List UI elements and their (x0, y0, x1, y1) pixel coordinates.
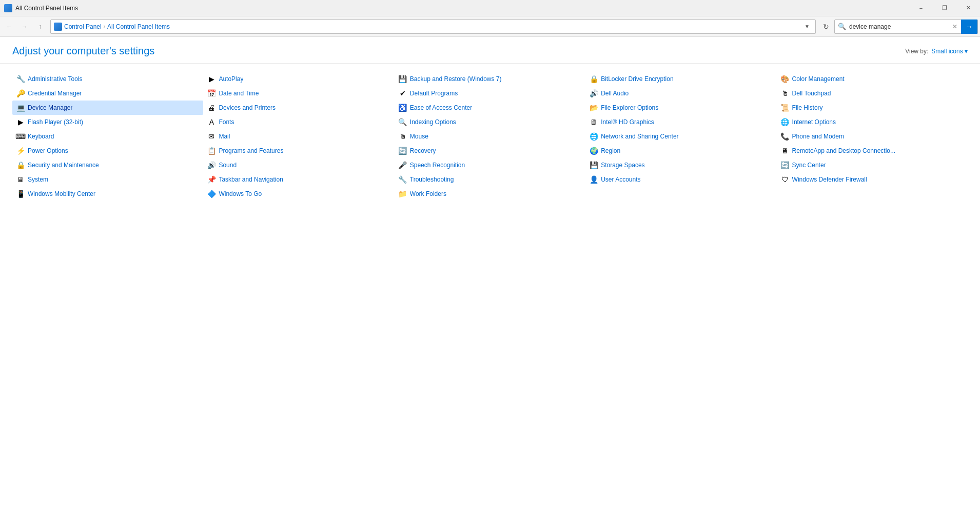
control-item[interactable]: ⌨Keyboard (12, 129, 203, 144)
control-item[interactable]: 🔒Security and Maintenance (12, 158, 203, 172)
view-by-value[interactable]: Small icons ▾ (931, 48, 968, 55)
nav-bar: ← → ↑ Control Panel › All Control Panel … (0, 16, 980, 37)
item-icon: ▶ (207, 75, 215, 83)
item-label: Default Programs (410, 90, 458, 97)
control-item[interactable]: 🖨Devices and Printers (203, 101, 394, 115)
title-bar: All Control Panel Items − ❐ ✕ (0, 0, 980, 16)
item-label: BitLocker Drive Encryption (601, 75, 673, 83)
control-item[interactable]: 🌐Internet Options (777, 115, 968, 129)
item-icon: 💾 (590, 161, 598, 169)
search-input[interactable] (849, 23, 949, 30)
control-item[interactable]: 💾Storage Spaces (585, 158, 776, 172)
item-label: Sound (219, 162, 237, 169)
item-icon: ✉ (207, 132, 215, 141)
title-buttons: − ❐ ✕ (909, 0, 980, 16)
control-item[interactable]: 🖥System (12, 172, 203, 187)
search-icon: 🔍 (835, 19, 849, 34)
breadcrumb-control-panel[interactable]: Control Panel (64, 23, 102, 30)
item-icon: 🔧 (399, 175, 407, 184)
control-item[interactable]: 🔷Windows To Go (203, 187, 394, 201)
item-icon: 🎨 (781, 75, 789, 83)
item-icon: 🌐 (590, 132, 598, 141)
back-button[interactable]: ← (2, 19, 16, 34)
forward-button[interactable]: → (17, 19, 32, 34)
control-item[interactable]: ✉Mail (203, 129, 394, 144)
control-item[interactable]: 🔄Recovery (395, 144, 585, 158)
item-icon: 🖱 (399, 132, 407, 141)
item-icon: 📌 (207, 175, 215, 184)
item-icon: ⚡ (16, 147, 25, 155)
control-item[interactable]: 🌐Network and Sharing Center (585, 129, 776, 144)
item-icon: 📁 (399, 190, 407, 198)
control-item[interactable]: 🎤Speech Recognition (395, 158, 585, 172)
up-button[interactable]: ↑ (33, 19, 47, 34)
control-item[interactable]: 📌Taskbar and Navigation (203, 172, 394, 187)
control-item[interactable]: 🔊Dell Audio (585, 86, 776, 101)
control-item[interactable]: 🌍Region (585, 144, 776, 158)
item-icon: 🌐 (781, 118, 789, 126)
item-icon: 🛡 (781, 175, 789, 184)
search-clear-button[interactable]: ✕ (949, 21, 961, 33)
item-label: File Explorer Options (601, 104, 658, 111)
control-item[interactable]: 💻Device Manager (12, 101, 203, 115)
control-item[interactable]: 🔧Troubleshooting (395, 172, 585, 187)
item-icon: 📂 (590, 104, 598, 112)
control-item[interactable]: 🖥Intel® HD Graphics (585, 115, 776, 129)
item-icon: 🖱 (781, 89, 789, 97)
search-box: 🔍 ✕ → (834, 19, 978, 34)
item-icon: 🖥 (781, 147, 789, 155)
control-item[interactable]: 👤User Accounts (585, 172, 776, 187)
restore-button[interactable]: ❐ (933, 0, 956, 16)
control-item[interactable]: ♿Ease of Access Center (395, 101, 585, 115)
control-item[interactable]: 📂File Explorer Options (585, 101, 776, 115)
control-item[interactable]: 🔒BitLocker Drive Encryption (585, 72, 776, 86)
item-icon: 🔍 (399, 118, 407, 126)
search-go-button[interactable]: → (961, 19, 977, 34)
control-item[interactable]: 🔊Sound (203, 158, 394, 172)
control-item[interactable]: AFonts (203, 115, 394, 129)
breadcrumb-all-items[interactable]: All Control Panel Items (107, 23, 170, 30)
item-label: System (28, 176, 48, 183)
control-item[interactable]: ▶AutoPlay (203, 72, 394, 86)
item-label: Devices and Printers (219, 104, 276, 111)
control-item[interactable]: 🔧Administrative Tools (12, 72, 203, 86)
item-label: Phone and Modem (792, 133, 844, 140)
item-label: Mail (219, 133, 230, 140)
control-item[interactable]: ▶Flash Player (32-bit) (12, 115, 203, 129)
item-icon: ✔ (399, 89, 407, 97)
control-item[interactable]: 🖱Dell Touchpad (777, 86, 968, 101)
item-icon: 🖥 (16, 175, 25, 184)
close-button[interactable]: ✕ (956, 0, 980, 16)
item-label: Windows To Go (219, 190, 262, 197)
control-item[interactable]: 🖱Mouse (395, 129, 585, 144)
address-dropdown-button[interactable]: ▼ (802, 22, 812, 32)
control-item[interactable]: 🔍Indexing Options (395, 115, 585, 129)
refresh-button[interactable]: ↻ (819, 19, 833, 34)
item-icon: 🖥 (590, 118, 598, 126)
control-item[interactable]: 🎨Color Management (777, 72, 968, 86)
item-icon: 🔷 (207, 190, 215, 198)
control-item[interactable]: 📋Programs and Features (203, 144, 394, 158)
item-label: Flash Player (32-bit) (28, 118, 83, 126)
item-label: Mouse (410, 133, 428, 140)
item-icon: 👤 (590, 175, 598, 184)
item-label: Intel® HD Graphics (601, 118, 654, 126)
control-item[interactable]: 🖥RemoteApp and Desktop Connectio... (777, 144, 968, 158)
control-item[interactable]: 📁Work Folders (395, 187, 585, 201)
control-item[interactable]: 💾Backup and Restore (Windows 7) (395, 72, 585, 86)
item-label: Color Management (792, 75, 845, 83)
page-title: Adjust your computer's settings (12, 45, 154, 57)
control-item[interactable]: 📱Windows Mobility Center (12, 187, 203, 201)
control-item[interactable]: 📜File History (777, 101, 968, 115)
control-item[interactable]: 🔄Sync Center (777, 158, 968, 172)
title-bar-left: All Control Panel Items (4, 4, 78, 12)
control-item[interactable]: ✔Default Programs (395, 86, 585, 101)
control-item[interactable]: 🛡Windows Defender Firewall (777, 172, 968, 187)
control-item[interactable]: ⚡Power Options (12, 144, 203, 158)
item-label: Region (601, 147, 620, 154)
control-item[interactable]: 🔑Credential Manager (12, 86, 203, 101)
control-item[interactable]: 📞Phone and Modem (777, 129, 968, 144)
control-item[interactable]: 📅Date and Time (203, 86, 394, 101)
minimize-button[interactable]: − (909, 0, 933, 16)
item-label: Sync Center (792, 162, 826, 169)
